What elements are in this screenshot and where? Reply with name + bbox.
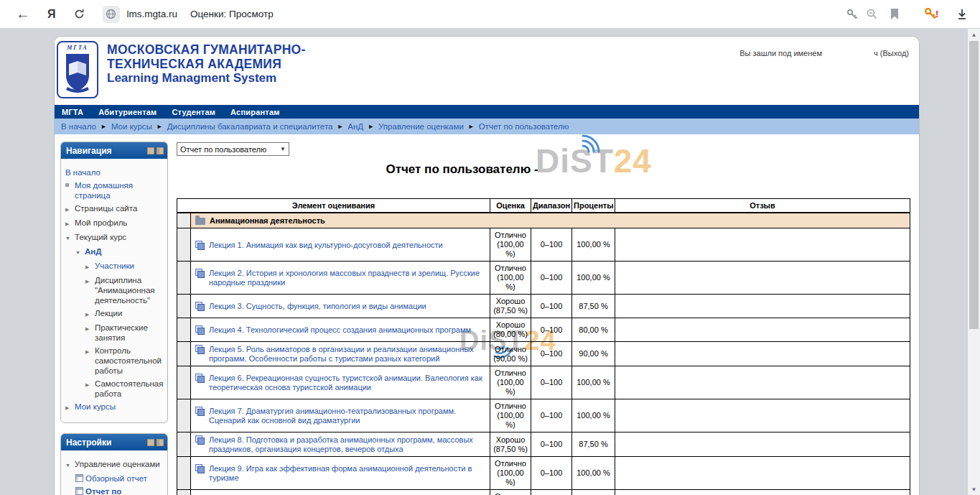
collapse-block-icon[interactable] xyxy=(147,439,154,446)
indent-cell xyxy=(177,432,191,457)
item-inner: Лекция 7. Драматургия анимационно-театра… xyxy=(195,406,485,425)
expand-icon[interactable]: ▶ xyxy=(85,308,95,320)
nav-item-3[interactable]: Аспирантам xyxy=(230,108,279,116)
feedback-cell xyxy=(615,262,910,295)
collapse-icon[interactable]: ▼ xyxy=(65,459,75,471)
breadcrumb-item[interactable]: Управление оценками xyxy=(378,122,464,131)
item-link[interactable]: Лекция 8. Подготовка и разработка анимац… xyxy=(209,435,485,454)
item-inner: Лекция 6. Рекреационная сущность туристс… xyxy=(195,373,485,392)
expand-icon[interactable]: ▶ xyxy=(85,275,95,287)
breadcrumb-item[interactable]: АнД xyxy=(347,122,363,131)
breadcrumb-item[interactable]: Отчет по пользователю xyxy=(479,122,569,131)
bullet-icon xyxy=(65,183,69,187)
address-bar-url[interactable]: lms.mgta.ru xyxy=(127,9,178,19)
grade-value: Отлично xyxy=(492,402,529,411)
scroll-down-icon[interactable]: ▼ xyxy=(968,486,980,493)
report-select-value: Отчет по пользователю xyxy=(180,145,266,154)
item-link[interactable]: Лекция 4. Технологический процесс создан… xyxy=(209,325,471,335)
grade-cell: Отлично(100,00 %) xyxy=(490,490,531,495)
watermark-orange-text: 24 xyxy=(614,142,652,180)
grade-value: Отлично xyxy=(492,492,529,495)
grades-table: Элемент оценивания Оценка Диапазон Проце… xyxy=(177,198,910,495)
sidebar-item[interactable]: Отчет по пользователю xyxy=(75,486,164,495)
range-cell: 0–100 xyxy=(531,366,572,399)
sidebar-item[interactable]: Обзорный отчет xyxy=(75,473,164,484)
item-link[interactable]: Лекция 6. Рекреационная сущность туристс… xyxy=(209,373,485,392)
mgta-logo[interactable]: МГТА xyxy=(57,41,98,98)
item-inner: Лекция 4. Технологический процесс создан… xyxy=(195,325,485,335)
yandex-browser-icon[interactable]: Я xyxy=(47,8,56,21)
grade-value: Отлично xyxy=(492,264,529,273)
dock-block-icon[interactable] xyxy=(157,439,164,446)
report-type-select[interactable]: Отчет по пользователю ▼ xyxy=(177,142,289,156)
expand-icon[interactable]: ▶ xyxy=(65,402,75,413)
expand-icon[interactable]: ▶ xyxy=(85,261,95,272)
item-link[interactable]: Лекция 9. Игра как эффективная форма ани… xyxy=(209,463,485,483)
breadcrumb-item[interactable]: Мои курсы xyxy=(111,122,152,131)
dock-block-icon[interactable] xyxy=(157,147,164,154)
grade-percent: (100,00 %) xyxy=(492,468,529,487)
item-cell: Лекция 9. Игра как эффективная форма ани… xyxy=(191,457,490,490)
breadcrumb-separator-icon: ► xyxy=(468,123,475,130)
item-cell: Лекция 5. Роль аниматоров в организации … xyxy=(191,342,490,366)
signal-arcs-icon xyxy=(579,131,603,153)
expand-icon[interactable]: ▶ xyxy=(85,379,95,390)
item-cell: Лекция 6. Рекреационная сущность туристс… xyxy=(191,366,490,399)
expand-icon[interactable]: ▶ xyxy=(65,218,75,229)
scroll-up-icon[interactable]: ▲ xyxy=(968,32,980,38)
settings-block: Настройки ▼Управление оценкамиОбзорный о… xyxy=(60,433,168,495)
nav-item-1[interactable]: Абитуриентам xyxy=(98,108,157,116)
grade-value: Отлично xyxy=(492,459,529,468)
collapse-icon[interactable]: ▼ xyxy=(75,246,85,258)
site-security-chip[interactable] xyxy=(103,6,120,23)
feedback-cell xyxy=(615,366,910,399)
login-info: Вы зашли под именем ч (Выход) xyxy=(739,49,909,57)
nav-item-0[interactable]: МГТА xyxy=(62,108,83,116)
lesson-icon xyxy=(195,241,205,250)
back-icon[interactable]: ← xyxy=(16,6,30,22)
expand-icon[interactable]: ▶ xyxy=(65,203,75,215)
grade-value: Хорошо xyxy=(492,435,529,445)
sidebar-item[interactable]: ▶Мои курсы xyxy=(65,402,164,413)
sidebar-item[interactable]: ▼АнД xyxy=(75,246,164,258)
percent-cell: 100,00 % xyxy=(572,262,615,295)
item-link[interactable]: Лекция 3. Сущность, функция, типология и… xyxy=(209,301,426,311)
item-link[interactable]: Лекция 1. Анимация как вид культурно-дос… xyxy=(209,240,443,250)
zoom-page-icon[interactable] xyxy=(866,8,879,21)
expand-icon[interactable]: ▶ xyxy=(85,346,95,357)
expand-icon[interactable]: ▶ xyxy=(85,323,95,334)
item-link[interactable]: Лекция 7. Драматургия анимационно-театра… xyxy=(209,406,485,425)
vertical-scrollbar[interactable]: ▲ ▼ xyxy=(968,29,980,495)
collapse-icon[interactable]: ▼ xyxy=(65,232,75,244)
lesson-icon xyxy=(195,345,205,354)
range-cell: 0–100 xyxy=(531,457,572,490)
address-bar-page-title[interactable]: Оценки: Просмотр xyxy=(190,9,274,19)
password-manager-icon[interactable] xyxy=(846,8,859,21)
percent-cell: 80,00 % xyxy=(572,318,615,342)
sidebar: Навигация В началоМоя домашняя страница▶… xyxy=(60,142,168,495)
grade-value: Отлично xyxy=(492,231,529,240)
grade-percent: (100,00 %) xyxy=(492,273,529,292)
percent-cell: 87,50 % xyxy=(572,295,615,318)
browser-toolbar: ← Я lms.mgta.ru Оценки: Просмотр ! xyxy=(0,0,980,29)
refresh-icon[interactable] xyxy=(73,8,85,20)
sidebar-item[interactable]: Моя домашняя страница xyxy=(65,180,164,200)
collapse-block-icon[interactable] xyxy=(147,147,154,154)
feedback-cell xyxy=(615,228,910,262)
download-icon[interactable] xyxy=(955,7,969,22)
item-inner: Лекция 3. Сущность, функция, типология и… xyxy=(195,301,485,311)
bookmark-icon[interactable] xyxy=(889,8,900,21)
table-row: Лекция 7. Драматургия анимационно-театра… xyxy=(177,399,910,432)
item-link[interactable]: Лекция 5. Роль аниматоров в организации … xyxy=(209,344,485,364)
logout-link[interactable]: ч (Выход) xyxy=(874,49,909,57)
protect-key-alert-icon[interactable]: ! xyxy=(923,6,938,21)
grade-cell: Отлично(90,00 %) xyxy=(490,342,531,366)
sidebar-item[interactable]: В начало xyxy=(65,167,164,177)
breadcrumb-item[interactable]: В начало xyxy=(61,122,96,131)
nav-item-2[interactable]: Студентам xyxy=(172,108,215,116)
lesson-icon xyxy=(195,269,205,278)
scrollbar-thumb[interactable] xyxy=(969,41,979,329)
breadcrumb-item[interactable]: Дисциплины бакалавриата и специалитета xyxy=(167,122,333,131)
sidebar-item[interactable]: ▶Участники xyxy=(85,261,164,272)
item-link[interactable]: Лекция 2. История и хронология массовых … xyxy=(209,268,485,287)
